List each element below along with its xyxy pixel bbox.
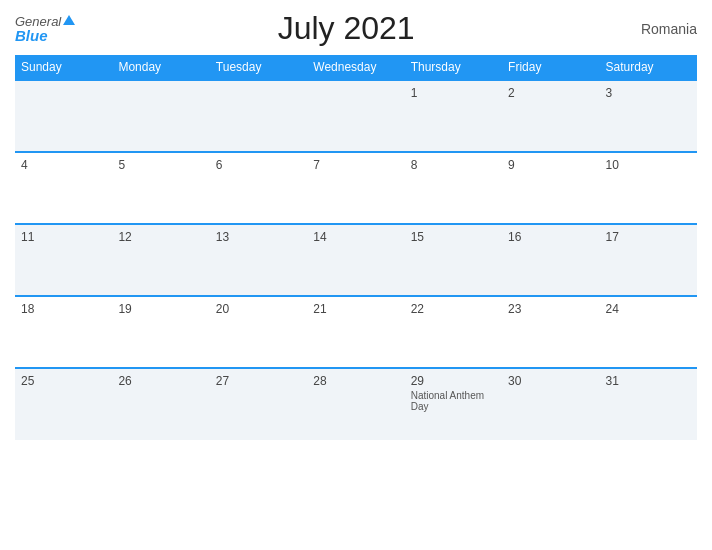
calendar-table: Sunday Monday Tuesday Wednesday Thursday… (15, 55, 697, 440)
calendar-day-cell: 28 (307, 368, 404, 440)
day-number: 15 (411, 230, 496, 244)
calendar-day-cell: 24 (600, 296, 697, 368)
calendar-day-cell: 3 (600, 80, 697, 152)
day-number: 27 (216, 374, 301, 388)
calendar-day-cell: 2 (502, 80, 599, 152)
calendar-day-cell: 7 (307, 152, 404, 224)
weekday-tuesday: Tuesday (210, 55, 307, 80)
calendar-day-cell: 15 (405, 224, 502, 296)
calendar-day-cell: 17 (600, 224, 697, 296)
day-number: 23 (508, 302, 593, 316)
calendar-container: General Blue July 2021 Romania Sunday Mo… (0, 0, 712, 550)
calendar-day-cell: 4 (15, 152, 112, 224)
calendar-day-cell: 25 (15, 368, 112, 440)
weekday-sunday: Sunday (15, 55, 112, 80)
calendar-week-row: 123 (15, 80, 697, 152)
weekday-thursday: Thursday (405, 55, 502, 80)
day-number: 18 (21, 302, 106, 316)
calendar-day-cell (15, 80, 112, 152)
calendar-week-row: 11121314151617 (15, 224, 697, 296)
day-number: 16 (508, 230, 593, 244)
day-number: 9 (508, 158, 593, 172)
logo-blue-text: Blue (15, 28, 48, 43)
calendar-day-cell: 10 (600, 152, 697, 224)
day-number: 25 (21, 374, 106, 388)
day-number: 10 (606, 158, 691, 172)
day-number: 3 (606, 86, 691, 100)
weekday-friday: Friday (502, 55, 599, 80)
calendar-title: July 2021 (75, 10, 617, 47)
calendar-day-cell: 1 (405, 80, 502, 152)
day-number: 12 (118, 230, 203, 244)
calendar-day-cell: 14 (307, 224, 404, 296)
day-number: 30 (508, 374, 593, 388)
calendar-day-cell: 26 (112, 368, 209, 440)
calendar-day-cell (210, 80, 307, 152)
day-number: 21 (313, 302, 398, 316)
calendar-day-cell: 18 (15, 296, 112, 368)
event-label: National Anthem Day (411, 390, 496, 412)
day-number: 4 (21, 158, 106, 172)
calendar-day-cell: 19 (112, 296, 209, 368)
weekday-saturday: Saturday (600, 55, 697, 80)
day-number: 19 (118, 302, 203, 316)
day-number: 2 (508, 86, 593, 100)
logo-general-text: General (15, 15, 75, 28)
calendar-day-cell: 27 (210, 368, 307, 440)
day-number: 26 (118, 374, 203, 388)
calendar-day-cell: 21 (307, 296, 404, 368)
country-name: Romania (617, 21, 697, 37)
day-number: 14 (313, 230, 398, 244)
calendar-week-row: 2526272829National Anthem Day3031 (15, 368, 697, 440)
day-number: 22 (411, 302, 496, 316)
calendar-day-cell: 6 (210, 152, 307, 224)
day-number: 13 (216, 230, 301, 244)
weekday-header-row: Sunday Monday Tuesday Wednesday Thursday… (15, 55, 697, 80)
calendar-day-cell: 22 (405, 296, 502, 368)
logo-triangle-icon (63, 15, 75, 25)
day-number: 5 (118, 158, 203, 172)
day-number: 24 (606, 302, 691, 316)
calendar-day-cell: 29National Anthem Day (405, 368, 502, 440)
day-number: 31 (606, 374, 691, 388)
weekday-wednesday: Wednesday (307, 55, 404, 80)
weekday-monday: Monday (112, 55, 209, 80)
calendar-week-row: 18192021222324 (15, 296, 697, 368)
calendar-day-cell: 23 (502, 296, 599, 368)
calendar-day-cell: 5 (112, 152, 209, 224)
calendar-day-cell: 9 (502, 152, 599, 224)
calendar-header: General Blue July 2021 Romania (15, 10, 697, 47)
calendar-day-cell: 12 (112, 224, 209, 296)
day-number: 17 (606, 230, 691, 244)
calendar-day-cell (307, 80, 404, 152)
day-number: 6 (216, 158, 301, 172)
calendar-week-row: 45678910 (15, 152, 697, 224)
calendar-day-cell: 30 (502, 368, 599, 440)
calendar-day-cell: 8 (405, 152, 502, 224)
day-number: 29 (411, 374, 496, 388)
day-number: 28 (313, 374, 398, 388)
logo: General Blue (15, 15, 75, 43)
calendar-day-cell: 13 (210, 224, 307, 296)
calendar-day-cell (112, 80, 209, 152)
day-number: 20 (216, 302, 301, 316)
day-number: 11 (21, 230, 106, 244)
day-number: 7 (313, 158, 398, 172)
calendar-day-cell: 11 (15, 224, 112, 296)
day-number: 1 (411, 86, 496, 100)
day-number: 8 (411, 158, 496, 172)
calendar-day-cell: 20 (210, 296, 307, 368)
calendar-day-cell: 31 (600, 368, 697, 440)
calendar-day-cell: 16 (502, 224, 599, 296)
